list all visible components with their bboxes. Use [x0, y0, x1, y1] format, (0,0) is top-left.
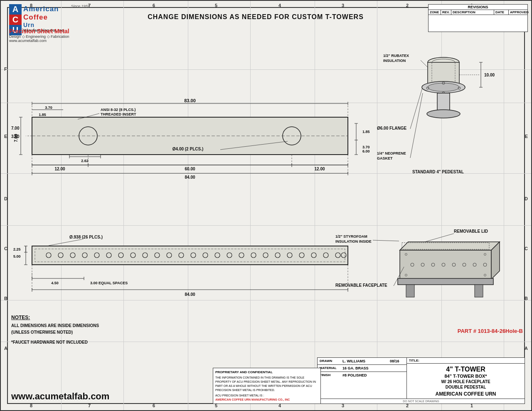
row-label-c-right: C — [525, 246, 528, 251]
title-main: 4" T-TOWER — [409, 365, 523, 373]
main-title: CHANGE DIMENSIONS AS NEEDED FOR CUSTOM T… — [84, 13, 427, 21]
col-label-4-top: 4 — [278, 3, 281, 8]
material-value: 16 GA. BRASS — [342, 366, 369, 370]
proprietary-text: THE INFORMATION CONTAINED IN THIS DRAWIN… — [215, 376, 318, 392]
notes-title: NOTES: — [11, 315, 99, 320]
row-label-b: B — [4, 296, 7, 301]
grid-line-v-4 — [315, 1, 315, 410]
grid-line-h-b — [1, 300, 531, 300]
title-content: 4" T-TOWER 84" T-TOWER BOX* W/ 26 HOLE F… — [407, 364, 525, 399]
grid-line-h-c — [1, 225, 531, 226]
col-label-6-bot: 6 — [153, 403, 155, 408]
title-sub3: DOUBLE PEDESTAL — [409, 384, 523, 390]
drawing-area: F E D C B A E D C B A 8 7 6 5 4 3 2 1 8 … — [0, 0, 532, 411]
row-label-a-right: A — [525, 346, 528, 351]
grid-line-v-7 — [123, 1, 124, 410]
title-sub1: 84" T-TOWER BOX* — [409, 373, 523, 379]
precision-sheet: Precision Sheet Metal Design ◇ Engineeri… — [9, 28, 69, 43]
col-label-8-bot: 8 — [30, 403, 32, 408]
col-label-5-top: 5 — [215, 3, 217, 8]
proprietary-title: PROPRIETARY AND CONFIDENTIAL — [215, 370, 318, 374]
website-footer: www.acumetalfab.com — [11, 391, 109, 402]
col-label-2-top: 2 — [406, 3, 409, 8]
rev-col-rev: REV. — [441, 10, 451, 15]
title-sub2: W/ 26 HOLE FACEPLATE — [409, 379, 523, 384]
precision-url: www.acumetalfab.com — [9, 39, 69, 43]
proprietary-footer-value: AMERICAN COFFEE URN MANUFACTURING CO., I… — [215, 398, 318, 402]
row-label-a: A — [4, 346, 7, 351]
notes-line1: ALL DIMENSIONS ARE INSIDE DIMENSIONS — [11, 322, 99, 329]
revisions-header: ZONE REV. DESCRIPTION DATE APPROVED — [429, 10, 527, 15]
grid-line-h-f — [1, 69, 531, 70]
revisions-rows — [429, 15, 527, 32]
drawn-date: 08/16 — [390, 359, 404, 363]
notes-line3: *FAUCET HARDWARE NOT INCLUDED — [11, 339, 99, 346]
proprietary-box: PROPRIETARY AND CONFIDENTIAL THE INFORMA… — [213, 368, 321, 404]
grid-line-v-3 — [377, 1, 377, 410]
notes-line2: (UNLESS OTHERWISE NOTED) — [11, 329, 99, 336]
col-label-3-top: 3 — [342, 3, 344, 8]
title-label: TITLE: — [407, 358, 525, 364]
row-label-e-right: E — [525, 134, 528, 139]
logo-urn: Urn — [23, 22, 65, 28]
title-company: AMERICAN COFFEE URN — [409, 391, 523, 397]
grid-line-v-8 — [61, 1, 62, 410]
revisions-box: REVISIONS ZONE REV. DESCRIPTION DATE APP… — [428, 4, 528, 32]
row-label-d: D — [4, 196, 7, 201]
precision-sub: Design ◇ Engineering ◇ Fabrication — [9, 34, 69, 39]
notes-section: NOTES: ALL DIMENSIONS ARE INSIDE DIMENSI… — [11, 315, 99, 346]
part-number: PART # 1013-84-26Hole-B — [458, 328, 523, 334]
logo-since: Since 1959 — [71, 4, 89, 8]
title-block-right: TITLE: 4" T-TOWER 84" T-TOWER BOX* W/ 26… — [407, 358, 525, 399]
drawn-name: L. WILLIAMS — [342, 359, 390, 363]
finish-value: #8 POLISHED — [342, 373, 367, 377]
row-label-e: E — [4, 134, 7, 139]
material-label: MATERIAL — [320, 366, 342, 370]
logo-american: American — [23, 5, 65, 13]
notes-text: ALL DIMENSIONS ARE INSIDE DIMENSIONS (UN… — [11, 322, 99, 346]
grid-line-v-6 — [188, 1, 188, 410]
row-label-c: C — [4, 246, 7, 251]
finish-row: FINISH #8 POLISHED — [318, 372, 406, 379]
title-block-left: DRAWN L. WILLIAMS 08/16 MATERIAL 16 GA. … — [318, 358, 407, 399]
drawn-label: DRAWN — [320, 359, 342, 363]
do-not-scale: DO NOT SCALE DRAWING — [318, 399, 525, 404]
rev-col-zone: ZONE — [429, 10, 441, 15]
logo-coffee: Coffee — [23, 13, 65, 22]
title-block-top-row: DRAWN L. WILLIAMS 08/16 MATERIAL 16 GA. … — [318, 358, 525, 399]
precision-title: Precision Sheet Metal — [9, 28, 69, 34]
logo-a-box: A — [9, 4, 22, 15]
col-label-7-bot: 7 — [88, 403, 91, 408]
row-label-d-right: D — [525, 196, 528, 201]
grid-line-v-5 — [250, 1, 251, 410]
grid-line-v-1 — [504, 1, 504, 410]
grid-line-h-d — [1, 173, 531, 174]
row-label-f: F — [4, 66, 7, 71]
material-row: MATERIAL 16 GA. BRASS — [318, 365, 406, 372]
finish-label: FINISH — [320, 373, 342, 377]
title-block-container: DRAWN L. WILLIAMS 08/16 MATERIAL 16 GA. … — [317, 357, 525, 404]
drawn-row: DRAWN L. WILLIAMS 08/16 — [318, 358, 406, 365]
logo-c-box: C — [9, 15, 22, 25]
grid-line-h-e — [1, 103, 531, 103]
rev-col-date: DATE — [494, 10, 509, 15]
row-label-b-right: B — [525, 296, 528, 301]
rev-col-desc: DESCRIPTION — [451, 10, 494, 15]
grid-line-v-2 — [441, 1, 442, 410]
proprietary-footer-label: ACU PRECISION SHEET METAL IS : — [215, 394, 318, 398]
revisions-title: REVISIONS — [429, 5, 527, 10]
rev-col-app: APPROVED — [509, 10, 527, 15]
